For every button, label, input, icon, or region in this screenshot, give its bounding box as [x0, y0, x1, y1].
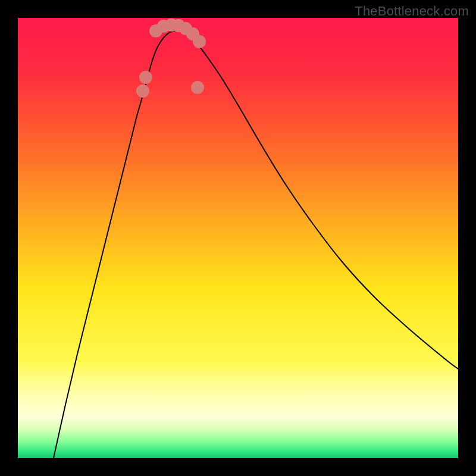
curve-marker — [193, 35, 206, 48]
curve-marker — [191, 81, 204, 94]
plot-area — [18, 18, 458, 458]
bottleneck-curve — [54, 30, 458, 458]
curve-markers — [136, 18, 206, 98]
chart-frame: TheBottleneck.com — [0, 0, 476, 476]
curve-layer — [18, 18, 458, 458]
curve-marker — [136, 84, 149, 98]
watermark-text: TheBottleneck.com — [355, 4, 469, 19]
curve-marker — [139, 71, 152, 84]
